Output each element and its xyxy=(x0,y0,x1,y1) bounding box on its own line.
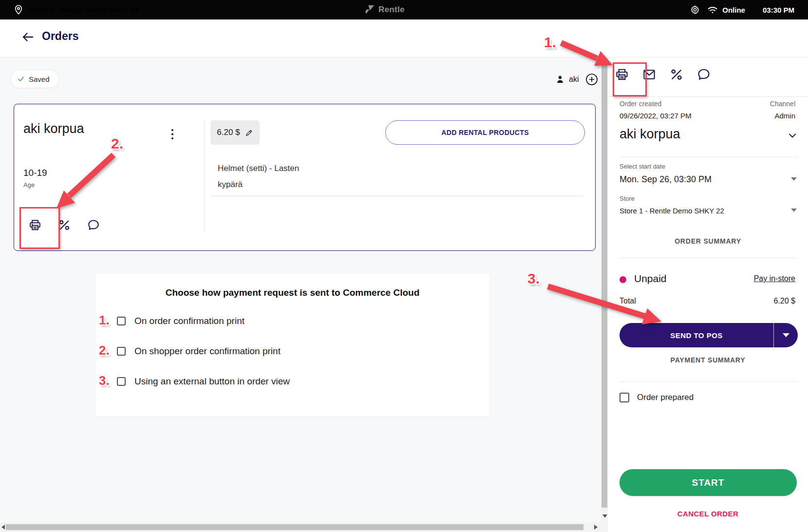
order-prepared-checkbox[interactable] xyxy=(620,393,629,402)
add-rental-products-label: ADD RENTAL PRODUCTS xyxy=(441,129,529,136)
annotation-box-sidebar-printer xyxy=(613,62,647,96)
annotation-number-2: 2. xyxy=(111,135,123,152)
start-date-dropdown-icon[interactable] xyxy=(791,177,797,181)
product-name-line2: kypärä xyxy=(218,180,243,190)
age-label: Age xyxy=(23,181,35,189)
annotation-box-card-printer xyxy=(19,207,60,249)
check-icon xyxy=(17,75,25,83)
caret-down-icon xyxy=(783,333,789,337)
person-icon xyxy=(555,75,565,84)
cancel-order-button[interactable]: CANCEL ORDER xyxy=(608,510,808,518)
order-prepared-row: Order prepared xyxy=(620,393,694,402)
unpaid-status-dot xyxy=(620,276,626,283)
gear-icon[interactable] xyxy=(690,5,700,15)
option-3-checkbox[interactable] xyxy=(117,377,126,386)
back-button[interactable] xyxy=(20,30,35,44)
vertical-scrollbar-thumb[interactable] xyxy=(601,63,607,508)
annotation-number-1: 1. xyxy=(544,34,556,51)
option-2-checkbox[interactable] xyxy=(117,347,126,356)
send-to-pos-label: SEND TO POS xyxy=(670,331,723,340)
sidebar-divider-customer xyxy=(620,157,798,157)
assigned-user-name: aki xyxy=(569,75,579,84)
assigned-user: aki xyxy=(555,72,598,87)
topbar-store-group: Store 1 - Rentle Demo SHKY 22 xyxy=(14,0,139,19)
percent-icon[interactable] xyxy=(669,67,684,82)
price-chip[interactable]: 6.20 $ xyxy=(210,120,260,145)
send-to-pos-button[interactable]: SEND TO POS xyxy=(620,323,798,347)
rentle-logo-icon xyxy=(364,4,375,15)
start-button-label: START xyxy=(692,477,725,488)
payment-request-title: Choose how payment request is sent to Co… xyxy=(95,287,489,298)
payment-status: Unpaid xyxy=(634,273,667,285)
location-pin-icon xyxy=(14,4,23,15)
wifi-icon xyxy=(707,5,718,15)
payment-option-row-2: On shopper order confirmation print xyxy=(117,346,281,357)
page-title: Orders xyxy=(42,30,78,43)
option-2-label: On shopper order confirmation print xyxy=(134,346,281,357)
product-divider xyxy=(211,196,583,196)
price-value: 6.20 $ xyxy=(217,128,240,137)
order-prepared-label: Order prepared xyxy=(637,393,694,402)
send-to-pos-dropdown[interactable] xyxy=(774,323,798,347)
send-to-pos-main[interactable]: SEND TO POS xyxy=(620,323,773,347)
topbar-store-name: Store 1 - Rentle Demo SHKY 22 xyxy=(28,6,139,14)
product-name-line1: Helmet (setti) - Lasten xyxy=(218,164,299,173)
scrollbar-right-arrow[interactable] xyxy=(594,525,598,530)
start-button[interactable]: START xyxy=(620,469,797,496)
annotation-number-option-2: 2. xyxy=(99,343,110,358)
channel-label: Channel xyxy=(770,100,795,108)
annotation-number-option-1: 1. xyxy=(99,313,110,328)
sidebar-divider-top xyxy=(608,96,808,97)
chevron-down-icon[interactable] xyxy=(787,130,798,141)
topbar-right-group: Online 03:30 PM xyxy=(690,0,794,19)
annotation-number-3: 3. xyxy=(527,270,540,287)
chat-icon[interactable] xyxy=(696,67,711,82)
total-value: 6.20 $ xyxy=(774,297,795,305)
option-1-label: On order confirmation print xyxy=(134,316,244,326)
page-header xyxy=(0,19,808,57)
annotation-number-option-3: 3. xyxy=(99,373,110,388)
age-value: 10-19 xyxy=(23,168,47,178)
sidebar-customer-name: aki korpua xyxy=(620,127,680,142)
scrollbar-left-arrow[interactable] xyxy=(1,525,5,530)
clock: 03:30 PM xyxy=(763,6,794,14)
rentle-logo-text: Rentle xyxy=(378,5,405,15)
start-date-label: Select start date xyxy=(620,163,665,170)
add-user-icon[interactable] xyxy=(585,73,598,86)
payment-option-row-3: Using an external button in order view xyxy=(117,376,290,387)
sidebar-divider-payment xyxy=(620,381,798,382)
online-status: Online xyxy=(722,6,745,14)
order-created-label: Order created xyxy=(620,100,661,108)
pay-in-store-link[interactable]: Pay in-store xyxy=(754,274,795,283)
horizontal-scrollbar-thumb[interactable] xyxy=(6,524,583,530)
start-date-value[interactable]: Mon. Sep 26, 03:30 PM xyxy=(620,174,712,185)
order-created-value: 09/26/2022, 03:27 PM xyxy=(620,112,692,120)
rentle-logo: Rentle xyxy=(364,0,405,19)
pencil-icon[interactable] xyxy=(245,129,253,137)
kebab-menu-icon[interactable] xyxy=(168,128,177,141)
order-summary-button[interactable]: ORDER SUMMARY xyxy=(608,237,808,245)
saved-badge-label: Saved xyxy=(29,75,50,83)
store-dropdown-icon[interactable] xyxy=(791,209,797,212)
chat-icon[interactable] xyxy=(87,218,100,232)
card-customer-name: aki korpua xyxy=(23,121,84,136)
option-3-label: Using an external button in order view xyxy=(134,376,290,387)
channel-value: Admin xyxy=(774,112,795,120)
option-1-checkbox[interactable] xyxy=(117,317,126,325)
add-rental-products-button[interactable]: ADD RENTAL PRODUCTS xyxy=(385,120,585,145)
total-label: Total xyxy=(620,297,636,305)
store-label: Store xyxy=(620,195,635,202)
scrollbar-down-arrow[interactable] xyxy=(602,514,607,518)
saved-badge: Saved xyxy=(11,70,59,88)
payment-summary-button[interactable]: PAYMENT SUMMARY xyxy=(608,356,808,364)
card-vertical-divider xyxy=(204,120,205,231)
payment-option-row-1: On order confirmation print xyxy=(117,316,244,326)
store-value[interactable]: Store 1 - Rentle Demo SHKY 22 xyxy=(620,207,724,215)
sidebar-divider-summary xyxy=(620,258,798,258)
